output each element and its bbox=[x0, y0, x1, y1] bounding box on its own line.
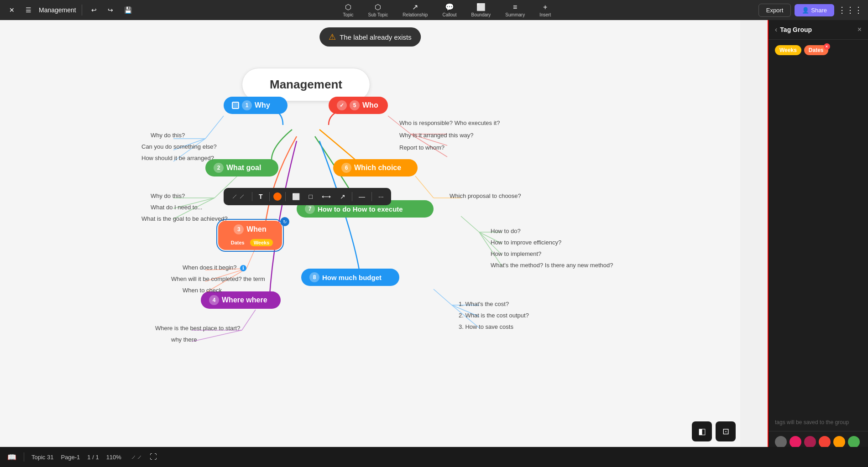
save-button[interactable]: 💾 bbox=[120, 5, 136, 16]
subtopic-what-2: What do I need to... bbox=[151, 204, 202, 211]
color-pink-2[interactable] bbox=[804, 436, 816, 448]
color-green[interactable] bbox=[848, 436, 860, 448]
node-what[interactable]: 2 What goal bbox=[205, 159, 278, 176]
float-arrow-button[interactable]: ↗ bbox=[337, 191, 348, 202]
book-icon[interactable]: 📖 bbox=[7, 453, 16, 462]
color-gray[interactable] bbox=[775, 436, 787, 448]
toolbar-right: Export 👤 Share ⋮⋮⋮ bbox=[758, 4, 863, 17]
topic-icon: ⬡ bbox=[345, 3, 351, 11]
toolbar-subtopic[interactable]: ⬡ Sub Topic bbox=[365, 1, 392, 19]
menu-button[interactable]: ☰ bbox=[22, 5, 35, 16]
toolbar-callout[interactable]: 💬 Callout bbox=[439, 1, 460, 19]
boundary-label: Boundary bbox=[471, 12, 491, 17]
float-rect-button[interactable]: □ bbox=[306, 191, 315, 202]
svg-line-18 bbox=[461, 216, 479, 232]
color-red[interactable] bbox=[819, 436, 831, 448]
undo-button[interactable]: ↩ bbox=[88, 5, 100, 16]
subtopic-who-2: Why is it arranged this way? bbox=[399, 132, 474, 139]
float-line-button[interactable]: — bbox=[356, 191, 368, 202]
subtopic-when-3: When to check bbox=[183, 287, 222, 294]
budget-label: How much budget bbox=[322, 274, 382, 281]
panel-tags: Weeks Dates × bbox=[769, 40, 868, 61]
subtopic-who-1: Who is responsible? Who executes it? bbox=[399, 119, 500, 126]
panel-tag-dates[interactable]: Dates × bbox=[804, 45, 828, 55]
central-node-label: Management bbox=[270, 78, 342, 91]
toolbar-summary[interactable]: ≡ Summary bbox=[502, 1, 528, 19]
float-text-button[interactable]: T bbox=[256, 191, 266, 202]
rotate-handle[interactable]: ↻ bbox=[280, 217, 289, 226]
node-why[interactable]: 1 Why bbox=[224, 97, 288, 114]
boundary-icon: ⬜ bbox=[476, 3, 486, 11]
float-color-circle[interactable] bbox=[273, 192, 282, 201]
subtopic-where-2: why there bbox=[171, 336, 197, 343]
subtopic-how-2: How to improve efficiency? bbox=[491, 239, 561, 246]
export-button[interactable]: Export bbox=[758, 4, 791, 17]
panel-back-button[interactable]: ‹ bbox=[775, 26, 777, 34]
tag-dates-label: Dates bbox=[809, 47, 824, 53]
summary-label: Summary bbox=[505, 12, 525, 17]
panel-close-button[interactable]: × bbox=[858, 26, 862, 34]
node-which[interactable]: 6 Which choice bbox=[333, 159, 418, 176]
layers-button[interactable]: ◧ bbox=[692, 421, 712, 441]
subtopic-which-1: Which proposal to choose? bbox=[450, 192, 521, 199]
when-tags: Dates Weeks bbox=[227, 239, 273, 246]
svg-line-26 bbox=[434, 289, 452, 305]
separator-1 bbox=[82, 5, 82, 16]
redo-button[interactable]: ↪ bbox=[104, 5, 117, 16]
svg-line-23 bbox=[242, 310, 256, 330]
why-icon bbox=[232, 102, 239, 109]
topic-count: Topic 31 bbox=[31, 454, 53, 461]
svg-line-12 bbox=[415, 176, 434, 198]
when-label: When bbox=[246, 225, 267, 234]
float-toolbar: ⟋⟋ T ⬜ □ ⟷ ↗ — ··· bbox=[224, 188, 391, 205]
canvas[interactable]: ⚠ The label already exists bbox=[0, 20, 740, 467]
close-button[interactable]: ✕ bbox=[5, 5, 18, 16]
color-orange[interactable] bbox=[833, 436, 845, 448]
node-who[interactable]: ✓ 5 Who bbox=[329, 97, 388, 114]
toolbar-relationship[interactable]: ↗ Relationship bbox=[399, 1, 431, 19]
node-budget[interactable]: 8 How much budget bbox=[301, 269, 399, 286]
tag-dates-remove[interactable]: × bbox=[824, 43, 830, 50]
who-label: Who bbox=[362, 101, 378, 109]
float-connect-button[interactable]: ⟷ bbox=[319, 191, 334, 202]
float-box-button[interactable]: ⬜ bbox=[289, 191, 303, 202]
subtopic-budget-1: 1. What's the cost? bbox=[459, 301, 509, 307]
panel-header: ‹ Tag Group × bbox=[769, 20, 868, 40]
relationship-label: Relationship bbox=[403, 12, 428, 17]
float-style-button[interactable]: ⟋⟋ bbox=[228, 191, 248, 202]
node-where[interactable]: 4 Where where bbox=[201, 291, 281, 309]
color-pink-1[interactable] bbox=[790, 436, 801, 448]
toolbar-topic[interactable]: ⬡ Topic bbox=[339, 1, 357, 19]
tag-dates[interactable]: Dates bbox=[227, 239, 248, 246]
more-button[interactable]: ⋮⋮⋮ bbox=[838, 5, 863, 15]
why-label: Why bbox=[255, 101, 270, 109]
when-label-row: 3 When bbox=[234, 224, 267, 234]
node-when[interactable]: 3 When Dates Weeks bbox=[218, 221, 282, 250]
camera-button[interactable]: ⊡ bbox=[716, 421, 736, 441]
why-badge: 1 bbox=[242, 100, 252, 110]
tag-weeks[interactable]: Weeks bbox=[250, 239, 273, 246]
subtopic-what-1: Why do this? bbox=[151, 192, 185, 199]
float-more-button[interactable]: ··· bbox=[376, 191, 387, 202]
alert-icon: ⚠ bbox=[329, 32, 336, 42]
share-button[interactable]: 👤 Share bbox=[795, 4, 834, 16]
who-badge: 5 bbox=[350, 100, 360, 110]
brand-icon: ⟋⟋ bbox=[131, 454, 142, 461]
when-badge: 3 bbox=[234, 224, 244, 234]
toolbar-insert[interactable]: + Insert bbox=[536, 1, 554, 19]
subtopic-icon: ⬡ bbox=[375, 3, 381, 11]
alert-text: The label already exists bbox=[340, 33, 412, 41]
fullscreen-icon[interactable]: ⛶ bbox=[150, 453, 157, 461]
insert-icon: + bbox=[543, 3, 547, 11]
panel-tag-weeks[interactable]: Weeks bbox=[775, 45, 801, 55]
subtopic-how-1: How to do? bbox=[491, 228, 521, 234]
what-label: What goal bbox=[226, 164, 261, 172]
callout-icon: 💬 bbox=[445, 3, 454, 11]
subtopic-who-3: Report to whom? bbox=[399, 144, 444, 151]
summary-icon: ≡ bbox=[513, 3, 517, 11]
which-label: Which choice bbox=[354, 164, 401, 172]
where-badge: 4 bbox=[209, 295, 219, 305]
toolbar-boundary[interactable]: ⬜ Boundary bbox=[468, 1, 495, 19]
panel-title-row: ‹ Tag Group bbox=[775, 26, 812, 34]
connector-lines bbox=[0, 20, 740, 467]
